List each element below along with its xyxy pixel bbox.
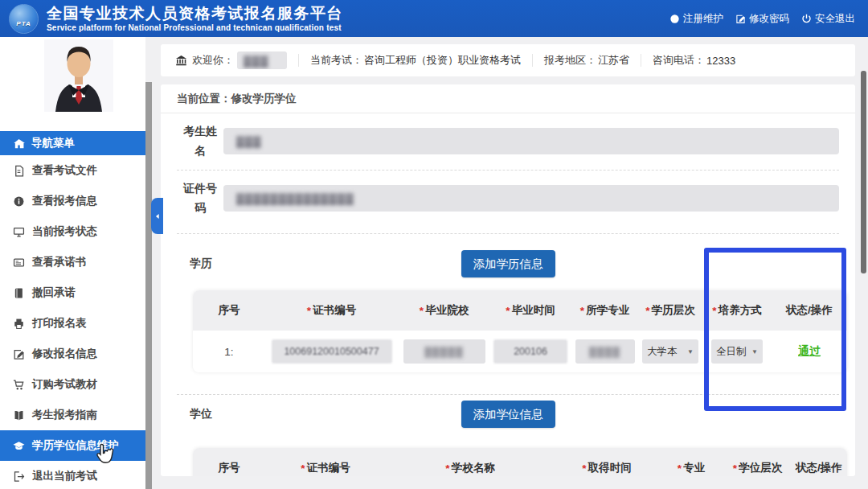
chevron-left-icon (154, 212, 162, 220)
main-scrollbar[interactable] (861, 71, 866, 273)
add-education-button[interactable]: 添加学历信息 (461, 250, 555, 277)
table-header-row: 序号*证书编号*学校名称*取得时间*专业*学位层次状态/操作 (193, 448, 847, 476)
sidebar-item-exit-current-exam[interactable]: 退出当前考试 (0, 461, 145, 489)
welcome-label: 欢迎你： (192, 53, 234, 68)
nav-menu-header: 导航菜单 (0, 131, 145, 155)
cart-icon (13, 379, 25, 391)
sidebar-nav: 导航菜单查看考试文件查看报考信息当前报考状态查看承诺书撤回承诺打印报名表修改报名… (0, 131, 145, 489)
register-maintenance-link[interactable]: 注册维护 (669, 12, 723, 26)
name-label: 考生姓名 (182, 121, 219, 161)
safe-logout-link[interactable]: 安全退出 (801, 12, 855, 26)
chevron-down-icon: ▼ (751, 348, 758, 355)
app-title: 全国专业技术人员资格考试报名服务平台 (47, 5, 343, 23)
sidebar-item-withdraw-commitment[interactable]: 撤回承诺 (0, 277, 145, 308)
sidebar-item-modify-registration-info[interactable]: 修改报名信息 (0, 339, 145, 369)
column-header: 序号 (193, 303, 265, 318)
current-exam-value: 咨询工程师（投资）职业资格考试 (364, 53, 521, 68)
divider (532, 54, 533, 67)
app-header: PTA 全国专业技术人员资格考试报名服务平台 Service platform … (0, 0, 868, 37)
nav-menu-header-label: 导航菜单 (31, 136, 75, 150)
divider (177, 170, 839, 171)
printer-icon (13, 318, 25, 330)
certificate-no-field[interactable]: 10069120010500477 (272, 339, 392, 364)
column-header: *专业 (659, 461, 723, 475)
main-area: 欢迎你： ▓▓▓ 当前考试： 咨询工程师（投资）职业资格考试 报考地区： 江苏省… (152, 37, 868, 489)
required-asterisk: * (301, 462, 305, 475)
sidebar-item-current-registration-status[interactable]: 当前报考状态 (0, 216, 145, 247)
column-header: *证书编号 (265, 303, 398, 318)
column-header: *培养方式 (702, 303, 772, 318)
graduation-cap-icon (13, 440, 25, 452)
sidebar-item-view-commitment-letter[interactable]: 查看承诺书 (0, 247, 145, 277)
file-icon (13, 165, 25, 177)
safe-logout-link-label: 安全退出 (815, 12, 855, 26)
breadcrumb: 当前位置：修改学历学位 (161, 84, 855, 113)
sidebar-item-order-exam-materials-label: 订购考试教材 (32, 377, 97, 392)
welcome-name-masked: ▓▓▓ (237, 51, 287, 69)
sidebar-item-candidate-guide[interactable]: 考生报考指南 (0, 400, 145, 430)
education-label: 学历 (190, 257, 212, 271)
sidebar-item-view-registration-info[interactable]: 查看报考信息 (0, 186, 145, 216)
sidebar-collapse-tab[interactable] (151, 198, 163, 234)
sidebar-item-order-exam-materials[interactable]: 订购考试教材 (0, 369, 145, 400)
degree-section-header: 学位 添加学位信息 (161, 401, 855, 428)
divider (298, 54, 299, 67)
region-value: 江苏省 (598, 53, 629, 68)
chevron-down-icon: ▼ (687, 348, 694, 355)
power-icon (801, 14, 812, 24)
change-password-link[interactable]: 修改密码 (735, 12, 789, 26)
major-field[interactable]: ▓▓▓▓ (575, 339, 635, 364)
id-form-row: 证件号码 ▓▓▓▓▓▓▓▓▓▓▓▓▓▓ (161, 182, 855, 214)
required-asterisk: * (307, 305, 311, 317)
required-asterisk: * (420, 305, 424, 317)
education-level-select[interactable]: 大学本▼ (642, 339, 698, 364)
cursor-pointer-icon (92, 442, 116, 466)
column-header: *毕业院校 (398, 303, 490, 318)
sidebar-item-current-registration-status-label: 当前报考状态 (32, 224, 97, 239)
education-section-header: 学历 添加学历信息 (161, 250, 855, 277)
info-icon (13, 195, 25, 208)
welcome-bar: 欢迎你： ▓▓▓ 当前考试： 咨询工程师（投资）职业资格考试 报考地区： 江苏省… (161, 44, 855, 76)
sidebar-item-view-commitment-letter-label: 查看承诺书 (32, 255, 87, 269)
bank-icon (175, 55, 192, 67)
region-label: 报考地区： (544, 53, 596, 68)
school-field[interactable]: ▓▓▓▓▓ (403, 339, 485, 364)
sidebar-item-view-exam-files[interactable]: 查看考试文件 (0, 155, 145, 186)
id-number-field[interactable]: ▓▓▓▓▓▓▓▓▓▓▓▓▓▓ (223, 185, 839, 212)
phone-label: 咨询电话： (653, 53, 705, 68)
required-asterisk: * (712, 305, 716, 317)
pta-logo-text: PTA (10, 20, 38, 27)
required-asterisk: * (678, 462, 682, 475)
name-field[interactable]: ▓▓▓ (223, 128, 839, 154)
card-icon (13, 257, 25, 269)
sidebar-item-education-degree-maintenance[interactable]: 学历学位信息维护 (0, 430, 145, 461)
training-mode-select[interactable]: 全日制▼ (711, 339, 763, 364)
edit-icon (13, 348, 25, 360)
sidebar-item-view-exam-files-label: 查看考试文件 (32, 163, 97, 178)
sidebar-item-candidate-guide-label: 考生报考指南 (32, 408, 97, 422)
edit-icon (735, 14, 746, 24)
content-card: 当前位置：修改学历学位 考生姓名 ▓▓▓ 证件号码 ▓▓▓▓▓▓▓▓▓▓▓▓▓▓… (161, 84, 855, 476)
divider (641, 54, 641, 67)
required-asterisk: * (582, 462, 586, 475)
book-icon (13, 287, 25, 299)
education-table-row: 1:10069120010500477▓▓▓▓▓200106▓▓▓▓大学本▼全日… (193, 331, 847, 372)
exit-icon (13, 471, 25, 483)
phone-value: 12333 (706, 55, 735, 67)
app-subtitle: Service platform for National Profession… (47, 23, 343, 32)
status-pass-link[interactable]: 通过 (798, 344, 821, 359)
column-header: *证书编号 (265, 461, 386, 475)
sidebar-item-view-registration-info-label: 查看报考信息 (32, 194, 97, 208)
sidebar-item-print-registration-form[interactable]: 打印报名表 (0, 308, 145, 339)
pta-logo-icon: PTA (9, 4, 39, 34)
education-table: 序号*证书编号*毕业院校*毕业时间*所学专业*学历层次*培养方式状态/操作1:1… (193, 290, 847, 372)
name-form-row: 考生姓名 ▓▓▓ (161, 125, 855, 157)
row-index: 1: (224, 346, 233, 358)
table-header-row: 序号*证书编号*毕业院校*毕业时间*所学专业*学历层次*培养方式状态/操作 (193, 290, 847, 331)
graduation-time-field[interactable]: 200106 (493, 339, 567, 364)
column-header: *学历层次 (639, 303, 702, 318)
sidebar-scrollbar[interactable] (145, 82, 152, 489)
add-degree-button[interactable]: 添加学位信息 (461, 401, 555, 428)
register-maintenance-link-label: 注册维护 (683, 12, 723, 26)
degree-label: 学位 (190, 407, 212, 421)
